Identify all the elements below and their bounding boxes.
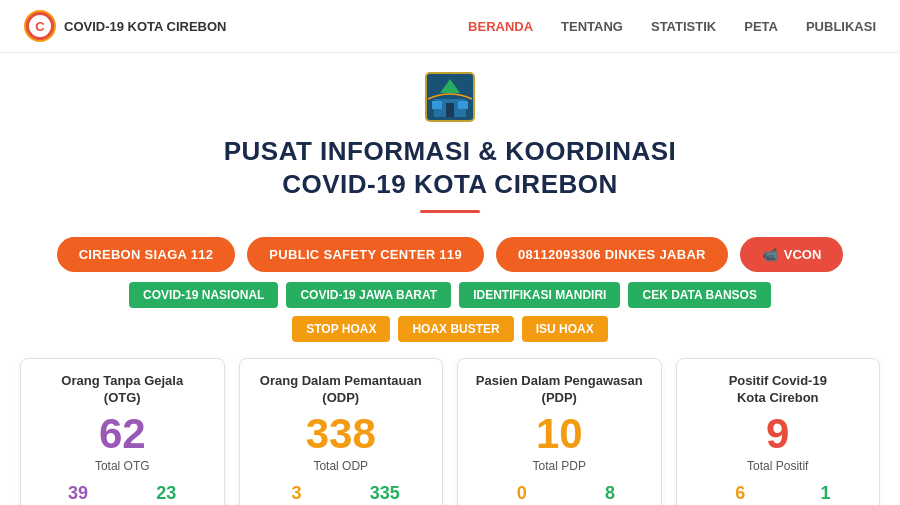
card-odp-total-label: Total ODP: [256, 459, 427, 473]
card-odp-stats: 3 ProsesPemantauan 335 SelesaiPemantauan: [256, 483, 427, 505]
brand-logo: C: [24, 10, 56, 42]
card-pdp-subtitle: (PDP): [474, 390, 645, 405]
stat-positif-sembuh: 1 Sembuh: [807, 483, 844, 505]
hero-title: PUSAT INFORMASI & KOORDINASI COVID-19 KO…: [20, 135, 880, 200]
stat-otg-proses-number: 39: [68, 483, 88, 504]
nav-beranda[interactable]: BERANDA: [468, 19, 533, 34]
stat-odp-selesai-number: 335: [370, 483, 400, 504]
svg-text:C: C: [35, 19, 45, 34]
stat-odp-selesai: 335 SelesaiPemantauan: [357, 483, 414, 505]
hero-divider: [420, 210, 480, 213]
stat-pdp-dirawat: 0 Masih Dirawat: [490, 483, 553, 505]
card-otg-title: Orang Tanpa Gejala: [37, 373, 208, 388]
action-buttons-row2: COVID-19 NASIONAL COVID-19 JAWA BARAT ID…: [0, 282, 900, 308]
stat-odp-proses: 3 ProsesPemantauan: [268, 483, 325, 505]
btn-identifikasi[interactable]: IDENTIFIKASI MANDIRI: [459, 282, 620, 308]
card-pdp-number: 10: [474, 411, 645, 457]
svg-rect-7: [446, 103, 454, 117]
action-buttons-row1: CIREBON SIAGA 112 PUBLIC SAFETY CENTER 1…: [0, 237, 900, 272]
card-pdp-stats-row1: 0 Masih Dirawat 8 Sembuh: [474, 483, 645, 505]
stat-positif-pengawasan: 6 DalamPengawasan: [711, 483, 769, 505]
stat-pdp-sembuh: 8 Sembuh: [591, 483, 628, 505]
btn-covid-jabar[interactable]: COVID-19 JAWA BARAT: [286, 282, 451, 308]
stat-otg-selesai-number: 23: [156, 483, 176, 504]
card-otg-total-label: Total OTG: [37, 459, 208, 473]
btn-public-safety[interactable]: PUBLIC SAFETY CENTER 119: [247, 237, 484, 272]
statistics-cards: Orang Tanpa Gejala (OTG) 62 Total OTG 39…: [0, 358, 900, 505]
nav-peta[interactable]: PETA: [744, 19, 778, 34]
navbar: C COVID-19 KOTA CIREBON BERANDA TENTANG …: [0, 0, 900, 53]
card-otg-subtitle: (OTG): [37, 390, 208, 405]
svg-rect-9: [458, 101, 468, 109]
stat-otg-selesai: 23 SelesaiPemantauan: [138, 483, 195, 505]
hero-section: PUSAT INFORMASI & KOORDINASI COVID-19 KO…: [0, 53, 900, 237]
btn-stop-hoax[interactable]: STOP HOAX: [292, 316, 390, 342]
btn-covid-nasional[interactable]: COVID-19 NASIONAL: [129, 282, 278, 308]
brand-name: COVID-19 KOTA CIREBON: [64, 19, 227, 34]
card-odp-subtitle: (ODP): [256, 390, 427, 405]
btn-isu-hoax[interactable]: ISU HOAX: [522, 316, 608, 342]
vcon-label: VCON: [784, 247, 822, 262]
nav-publikasi[interactable]: PUBLIKASI: [806, 19, 876, 34]
svg-rect-8: [432, 101, 442, 109]
card-odp-number: 338: [256, 411, 427, 457]
card-pdp-total-label: Total PDP: [474, 459, 645, 473]
stat-positif-pengawasan-number: 6: [735, 483, 745, 504]
btn-bansos[interactable]: CEK DATA BANSOS: [628, 282, 770, 308]
nav-tentang[interactable]: TENTANG: [561, 19, 623, 34]
card-positif-stats: 6 DalamPengawasan 1 Sembuh: [693, 483, 864, 505]
stat-otg-proses: 39 ProsesPemantauan: [50, 483, 107, 505]
nav-links: BERANDA TENTANG STATISTIK PETA PUBLIKASI: [468, 19, 876, 34]
btn-vcon[interactable]: 📹 VCON: [740, 237, 844, 272]
card-positif: Positif Covid-19 Kota Cirebon 9 Total Po…: [676, 358, 881, 505]
btn-hoax-buster[interactable]: HOAX BUSTER: [398, 316, 513, 342]
stat-positif-sembuh-number: 1: [820, 483, 830, 504]
btn-cirebon-siaga[interactable]: CIREBON SIAGA 112: [57, 237, 236, 272]
btn-dinkes[interactable]: 08112093306 DINKES JABAR: [496, 237, 728, 272]
stat-odp-proses-number: 3: [292, 483, 302, 504]
action-buttons-row3: STOP HOAX HOAX BUSTER ISU HOAX: [0, 316, 900, 342]
card-otg-stats: 39 ProsesPemantauan 23 SelesaiPemantauan: [37, 483, 208, 505]
card-pdp: Pasien Dalam Pengawasan (PDP) 10 Total P…: [457, 358, 662, 505]
stat-pdp-dirawat-number: 0: [517, 483, 527, 504]
card-otg: Orang Tanpa Gejala (OTG) 62 Total OTG 39…: [20, 358, 225, 505]
video-icon: 📹: [762, 247, 778, 262]
card-positif-number: 9: [693, 411, 864, 457]
card-otg-number: 62: [37, 411, 208, 457]
card-odp-title: Orang Dalam Pemantauan: [256, 373, 427, 388]
card-odp: Orang Dalam Pemantauan (ODP) 338 Total O…: [239, 358, 444, 505]
card-positif-title: Positif Covid-19: [693, 373, 864, 388]
nav-statistik[interactable]: STATISTIK: [651, 19, 716, 34]
brand: C COVID-19 KOTA CIREBON: [24, 10, 227, 42]
card-pdp-title: Pasien Dalam Pengawasan: [474, 373, 645, 388]
stat-pdp-sembuh-number: 8: [605, 483, 615, 504]
card-positif-subtitle: Kota Cirebon: [693, 390, 864, 405]
card-positif-total-label: Total Positif: [693, 459, 864, 473]
city-emblem: [424, 71, 476, 123]
